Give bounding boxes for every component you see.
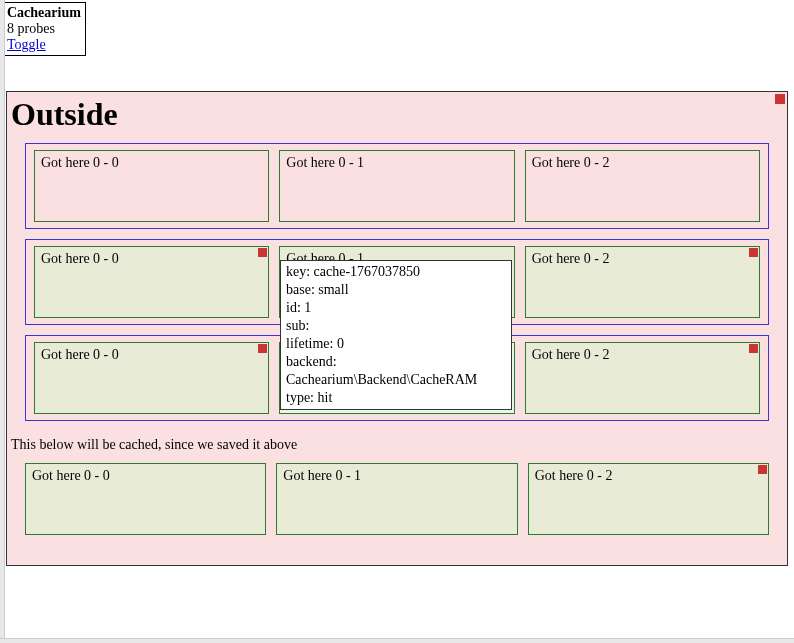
cell-label: Got here 0 - 2 — [532, 155, 610, 170]
scrollbar-bottom[interactable] — [0, 638, 794, 643]
cache-row-1: Got here 0 - 0 Got here 0 - 1 Got here 0… — [25, 143, 769, 229]
header-box: Cachearium 8 probes Toggle — [2, 2, 86, 56]
cache-cell: Got here 0 - 0 — [34, 342, 269, 414]
main-title: Outside — [11, 96, 787, 133]
cell-badge — [758, 465, 767, 474]
cache-cell: Got here 0 - 1 — [276, 463, 517, 535]
cell-label: Got here 0 - 1 — [286, 155, 364, 170]
tooltip-line: id: 1 — [286, 299, 506, 317]
cache-cell: Got here 0 - 2 — [525, 150, 760, 222]
cache-row-4: Got here 0 - 0 Got here 0 - 1 Got here 0… — [25, 463, 769, 535]
cell-badge — [258, 344, 267, 353]
cache-cell: Got here 0 - 0 — [34, 150, 269, 222]
cache-cell: Got here 0 - 0 — [34, 246, 269, 318]
cell-badge — [749, 248, 758, 257]
tooltip-line: backend: Cachearium\Backend\CacheRAM — [286, 353, 506, 389]
tooltip-line: base: small — [286, 281, 506, 299]
cell-label: Got here 0 - 1 — [283, 468, 361, 483]
cell-label: Got here 0 - 2 — [532, 347, 610, 362]
cache-cell: Got here 0 - 0 — [25, 463, 266, 535]
header-probes: 8 probes — [7, 21, 81, 37]
cache-cell: Got here 0 - 2 — [525, 246, 760, 318]
scrollbar-left[interactable] — [0, 0, 5, 643]
cache-cell: Got here 0 - 2 — [525, 342, 760, 414]
cell-label: Got here 0 - 0 — [32, 468, 110, 483]
cache-tooltip: key: cache-1767037850 base: small id: 1 … — [280, 260, 512, 410]
tooltip-line: key: cache-1767037850 — [286, 263, 506, 281]
cell-badge — [749, 344, 758, 353]
cell-label: Got here 0 - 0 — [41, 155, 119, 170]
cell-label: Got here 0 - 2 — [532, 251, 610, 266]
header-title: Cachearium — [7, 5, 81, 21]
cache-caption: This below will be cached, since we save… — [11, 437, 783, 453]
cell-badge — [258, 248, 267, 257]
panel-corner-badge — [775, 94, 785, 104]
cell-label: Got here 0 - 0 — [41, 251, 119, 266]
cache-cell: Got here 0 - 1 — [279, 150, 514, 222]
tooltip-line: sub: — [286, 317, 506, 335]
cell-label: Got here 0 - 0 — [41, 347, 119, 362]
cell-label: Got here 0 - 2 — [535, 468, 613, 483]
toggle-link[interactable]: Toggle — [7, 37, 46, 52]
tooltip-line: type: hit — [286, 389, 506, 407]
tooltip-line: lifetime: 0 — [286, 335, 506, 353]
cache-cell: Got here 0 - 2 — [528, 463, 769, 535]
